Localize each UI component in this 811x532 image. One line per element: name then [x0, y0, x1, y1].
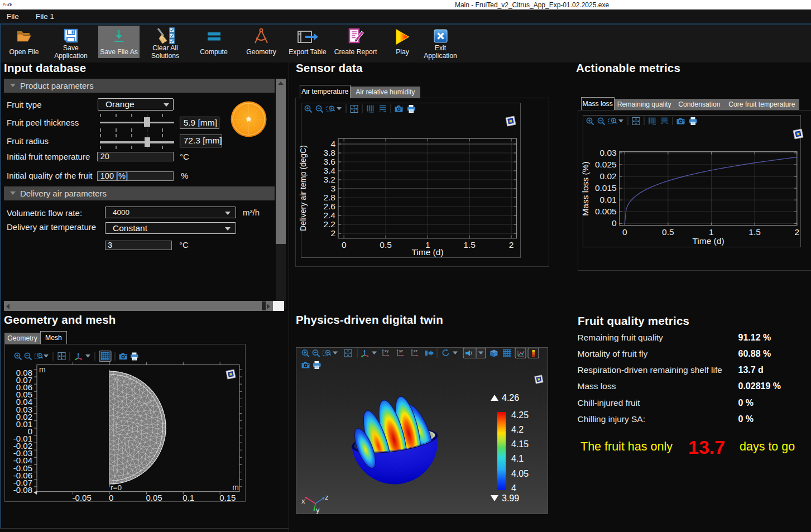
svg-text:3.6: 3.6	[323, 157, 335, 166]
svg-text:0.025: 0.025	[594, 160, 616, 169]
svg-text:r=0: r=0	[111, 483, 122, 492]
svg-text:3.2: 3.2	[323, 175, 335, 184]
svg-text:1.5: 1.5	[748, 227, 761, 237]
svg-text:Time (d): Time (d)	[411, 247, 443, 257]
svg-text:Delivery air temp (degC): Delivery air temp (degC)	[299, 145, 308, 231]
svg-text:0: 0	[612, 218, 617, 228]
svg-text:1.5: 1.5	[463, 240, 476, 250]
svg-text:3: 3	[330, 184, 335, 193]
svg-text:xy: xy	[385, 349, 389, 353]
svg-text:2.8: 2.8	[323, 193, 335, 202]
svg-text:yz: yz	[399, 349, 404, 353]
svg-text:3.4: 3.4	[323, 166, 335, 175]
svg-text:-0.08: -0.08	[13, 485, 32, 495]
svg-text:xz: xz	[414, 349, 418, 353]
svg-text:2: 2	[330, 228, 335, 238]
svg-text:2: 2	[794, 227, 799, 237]
svg-text:4: 4	[330, 139, 335, 148]
svg-text:0: 0	[342, 240, 347, 250]
svg-text:0.05: 0.05	[146, 493, 162, 502]
svg-text:Time (d): Time (d)	[692, 236, 724, 246]
svg-text:2.6: 2.6	[323, 202, 335, 211]
svg-text:3.8: 3.8	[323, 148, 335, 157]
svg-text:0.1: 0.1	[183, 493, 194, 502]
svg-text:1: 1	[709, 227, 714, 237]
svg-text:m: m	[39, 365, 46, 374]
svg-text:0.03: 0.03	[599, 148, 616, 157]
svg-text:z: z	[325, 493, 329, 501]
svg-text:0.02: 0.02	[599, 171, 616, 181]
svg-text:0.015: 0.015	[594, 183, 616, 193]
svg-text:2: 2	[509, 240, 514, 250]
svg-text:e: e	[10, 3, 12, 7]
svg-text:Mass loss (%): Mass loss (%)	[580, 161, 590, 215]
svg-text:-0.05: -0.05	[73, 493, 92, 502]
svg-text:0.5: 0.5	[380, 240, 392, 250]
svg-text:2.2: 2.2	[323, 219, 335, 229]
svg-text:x: x	[301, 497, 305, 505]
svg-text:m: m	[232, 483, 239, 492]
svg-text:0.01: 0.01	[599, 195, 616, 204]
svg-text:0: 0	[622, 227, 627, 237]
svg-text:0: 0	[109, 493, 113, 502]
svg-text:0.005: 0.005	[594, 207, 616, 216]
svg-text:2.4: 2.4	[323, 210, 335, 220]
svg-text:0.5: 0.5	[662, 227, 674, 237]
svg-text:y: y	[316, 506, 320, 514]
svg-text:0.15: 0.15	[219, 493, 236, 502]
